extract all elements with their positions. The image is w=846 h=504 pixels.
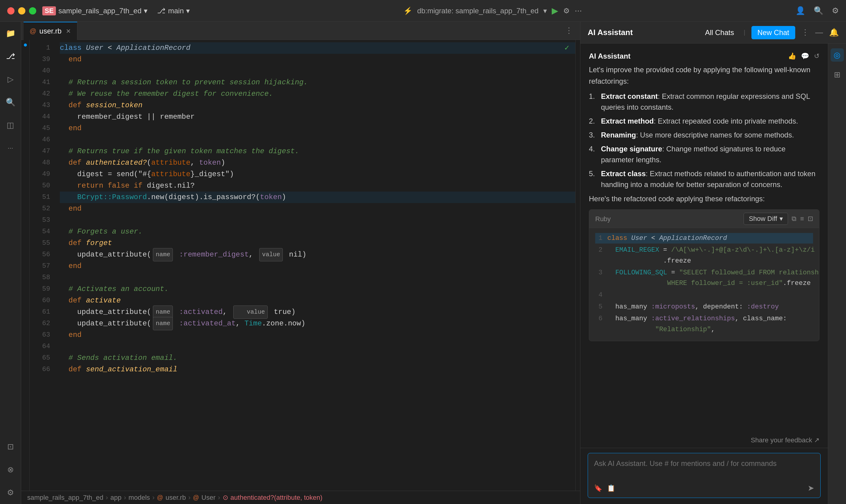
line-num-65: 65 — [30, 352, 50, 364]
breadcrumb-user: User — [201, 494, 215, 502]
code-block: Ruby Show Diff ▾ ⧉ ≡ ⊡ — [589, 210, 820, 341]
refresh-icon[interactable]: ↺ — [814, 52, 820, 60]
profile-icon[interactable]: 👤 — [795, 6, 805, 15]
code-line-1: class User < ApplicationRecord ✓ — [60, 42, 575, 54]
project-avatar: SE — [42, 6, 56, 15]
settings-icon[interactable]: ⚙ — [832, 6, 839, 15]
activity-structure[interactable]: ◫ — [4, 119, 17, 132]
list-text-5: Extract class: Extract methods related t… — [601, 168, 820, 190]
kw-end-52: end — [60, 203, 82, 215]
gutter-dot-active — [24, 43, 27, 47]
ai-tab-all-chats[interactable]: All Chats — [701, 27, 738, 38]
code-line-51: BCrypt::Password.new(digest).is_password… — [60, 192, 575, 203]
cb-ln-2: 2 — [595, 245, 602, 266]
code-block-header: Ruby Show Diff ▾ ⧉ ≡ ⊡ — [589, 210, 819, 228]
line-num-42: 42 — [30, 88, 50, 100]
line-num-41: 41 — [30, 77, 50, 88]
breadcrumb-sep-4: › — [188, 494, 190, 502]
cb-ln-6: 6 — [595, 313, 602, 335]
tab-close-button[interactable]: ✕ — [66, 28, 71, 35]
breadcrumb-file-icon: @ — [157, 494, 163, 501]
activity-git-bottom[interactable]: ⊗ — [4, 463, 17, 476]
cb-line-5: 5 has_many :microposts, dependent: :dest… — [595, 302, 813, 312]
scroll-indicator[interactable] — [575, 40, 580, 491]
ai-database-side-icon[interactable]: ⊞ — [834, 70, 841, 79]
line-num-56: 56 — [30, 249, 50, 260]
show-diff-button[interactable]: Show Diff ▾ — [743, 213, 788, 225]
activity-settings-bottom[interactable]: ⚙ — [4, 486, 17, 499]
branch-name: main — [168, 7, 184, 15]
traffic-light-red[interactable] — [7, 7, 15, 15]
branch-arrow: ▾ — [186, 7, 190, 15]
thumbs-up-icon[interactable]: 👍 — [788, 52, 796, 60]
ai-input-field[interactable] — [594, 458, 814, 480]
line-num-66: 66 — [30, 364, 50, 375]
editor-tab-user-rb[interactable]: @ user.rb ✕ — [23, 22, 77, 40]
line-num-46: 46 — [30, 134, 50, 146]
code-block-copy-button[interactable]: ⧉ — [792, 215, 796, 223]
ai-clipboard-icon[interactable]: 📋 — [607, 484, 615, 492]
line-num-50: 50 — [30, 180, 50, 192]
activity-bar-bottom: ⊡ ⊗ ⚙ — [4, 440, 17, 499]
main-layout: 📁 ⎇ ▷ 🔍 ◫ ··· ⊡ ⊗ ⚙ @ user.rb ✕ ⋮ — [0, 22, 846, 504]
line-num-44: 44 — [30, 111, 50, 123]
traffic-light-yellow[interactable] — [18, 7, 25, 15]
ai-code-intro: Here's the refactored code applying thes… — [589, 193, 820, 204]
cb-line-1: 1 class User < ApplicationRecord — [595, 233, 813, 244]
code-block-expand-button[interactable]: ⊡ — [808, 215, 813, 223]
run-button[interactable]: ▶ — [552, 6, 558, 16]
titlebar-settings-icon[interactable]: ⚙ — [563, 7, 570, 15]
cls-user: User — [86, 42, 103, 54]
breadcrumb-user-rb: user.rb — [166, 494, 186, 502]
search-icon[interactable]: 🔍 — [814, 6, 823, 15]
code-block-content: 1 class User < ApplicationRecord 2 EMAIL… — [589, 228, 819, 341]
activity-run[interactable]: ▷ — [4, 73, 17, 86]
code-block-format-button[interactable]: ≡ — [800, 215, 804, 223]
sym-remember: :remember_digest — [175, 249, 249, 260]
titlebar-more-icon[interactable]: ⋯ — [575, 7, 582, 15]
sym-activated-at: :activated_at — [175, 318, 236, 329]
sym-activated: :activated — [175, 306, 222, 318]
ai-header-minimize[interactable]: — — [815, 28, 823, 37]
list-item-3: 3. Renaming: Use more descriptive names … — [589, 130, 820, 141]
code-editor: 1 39 40 41 42 43 44 45 46 47 48 49 50 51… — [21, 40, 580, 491]
ai-send-button[interactable]: ➤ — [808, 484, 814, 493]
breadcrumb: sample_rails_app_7th_ed › app › models ›… — [21, 491, 580, 504]
code-line-47: # Returns true if the given token matche… — [60, 146, 575, 157]
ai-header-more[interactable]: ⋮ — [801, 28, 809, 37]
ai-bookmark-icon[interactable]: 🔖 — [594, 484, 602, 492]
activity-more[interactable]: ··· — [4, 141, 17, 155]
line-num-60: 60 — [30, 295, 50, 306]
activity-search[interactable]: 🔍 — [4, 95, 17, 109]
comment-icon[interactable]: 💬 — [801, 52, 809, 60]
line-numbers: 1 39 40 41 42 43 44 45 46 47 48 49 50 51… — [30, 40, 54, 491]
activity-git[interactable]: ⎇ — [4, 50, 17, 63]
op-lt: < — [103, 42, 116, 54]
const-bcrypt: BCrypt::Password — [60, 192, 147, 203]
ai-header-actions: All Chats | New Chat ⋮ — 🔔 — [701, 26, 839, 39]
line-num-43: 43 — [30, 100, 50, 111]
ai-tab-divider: | — [743, 29, 745, 36]
list-num-4: 4. — [589, 144, 597, 165]
breadcrumb-project: sample_rails_app_7th_ed — [27, 494, 103, 502]
activity-folder[interactable]: 📁 — [4, 26, 17, 40]
traffic-light-green[interactable] — [29, 7, 36, 15]
activity-terminal[interactable]: ⊡ — [4, 440, 17, 453]
project-label[interactable]: SE sample_rails_app_7th_ed ▾ — [42, 6, 147, 15]
ai-feedback-link[interactable]: Share your feedback ↗ — [751, 436, 820, 444]
branch-label[interactable]: ⎇ main ▾ — [157, 7, 190, 15]
list-item-5: 5. Extract class: Extract methods relate… — [589, 168, 820, 190]
ai-header-notifications[interactable]: 🔔 — [829, 28, 839, 37]
code-line-64 — [60, 341, 575, 352]
line-num-55: 55 — [30, 237, 50, 249]
breadcrumb-method: ⊙ — [223, 494, 228, 502]
code-line-44: remember_digest || remember — [60, 111, 575, 123]
tab-file-icon: @ — [30, 27, 36, 35]
tab-more-button[interactable]: ⋮ — [560, 26, 578, 35]
ai-new-chat-button[interactable]: New Chat — [752, 26, 795, 39]
fn-send-activation: send_activation_email — [86, 364, 177, 375]
ai-message-actions: 👍 💬 ↺ — [788, 52, 820, 60]
breadcrumb-sep-3: › — [152, 494, 155, 502]
ai-assistant-side-icon[interactable]: ◎ — [831, 48, 844, 61]
titlebar-right: 👤 🔍 ⚙ — [795, 6, 839, 15]
